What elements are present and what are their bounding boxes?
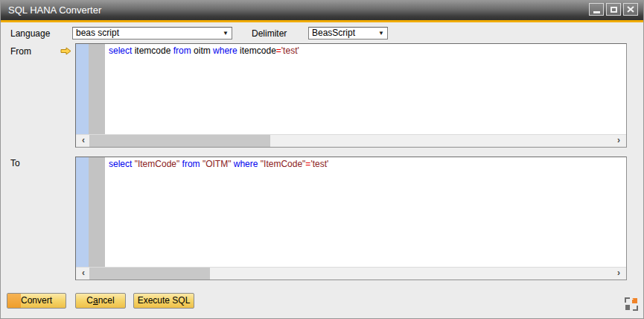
minimize-button[interactable]: [589, 3, 604, 16]
convert-button[interactable]: Convert: [7, 293, 66, 309]
delimiter-value: BeasScript: [312, 28, 355, 38]
from-editor-margin: [76, 44, 89, 135]
delimiter-dropdown[interactable]: BeasScript ▼: [308, 27, 388, 40]
from-horizontal-scrollbar[interactable]: ‹ ›: [76, 134, 626, 147]
to-editor-margin: [76, 157, 89, 268]
from-code-line[interactable]: select itemcode from oitm where itemcode…: [109, 45, 625, 57]
execute-sql-button-label: Execute SQL: [138, 295, 191, 306]
from-editor-gutter: [89, 44, 105, 135]
to-editor[interactable]: select "ItemCode" from "OITM" where "Ite…: [75, 157, 627, 280]
from-scrollbar-thumb[interactable]: [89, 135, 270, 147]
titlebar[interactable]: SQL HANA Converter: [1, 1, 643, 20]
to-scrollbar-thumb[interactable]: [89, 268, 210, 279]
language-dropdown[interactable]: beas script ▼: [72, 27, 232, 40]
cancel-button-label: Cancel: [86, 295, 114, 306]
maximize-icon: [610, 7, 617, 13]
convert-button-label: Convert: [21, 295, 52, 306]
language-label: Language: [10, 28, 50, 39]
minimize-icon: [593, 11, 600, 13]
delimiter-label: Delimiter: [252, 28, 287, 39]
cancel-button[interactable]: Cancel: [75, 293, 126, 309]
maximize-button[interactable]: [606, 3, 621, 16]
close-button[interactable]: [623, 3, 638, 16]
from-editor[interactable]: select itemcode from oitm where itemcode…: [75, 43, 627, 148]
to-label: To: [10, 158, 20, 168]
language-value: beas script: [76, 28, 119, 38]
scroll-left-icon[interactable]: ‹: [77, 135, 89, 147]
scroll-right-icon[interactable]: ›: [613, 135, 625, 147]
accent-bar: [1, 20, 643, 22]
form-resize-icon[interactable]: [625, 297, 638, 311]
scroll-right-icon[interactable]: ›: [613, 268, 625, 279]
chevron-down-icon: ▼: [378, 28, 384, 39]
window-controls: [589, 3, 638, 16]
to-code-line[interactable]: select "ItemCode" from "OITM" where "Ite…: [109, 159, 625, 170]
default-button-indicator: [7, 294, 21, 308]
link-arrow-icon[interactable]: [60, 47, 71, 55]
from-label: From: [10, 46, 31, 57]
scroll-left-icon[interactable]: ‹: [77, 268, 89, 279]
window-title: SQL HANA Converter: [8, 1, 101, 20]
to-horizontal-scrollbar[interactable]: ‹ ›: [76, 267, 626, 279]
close-icon: [627, 6, 634, 13]
sql-hana-converter-window: SQL HANA Converter Language beas script …: [0, 0, 644, 319]
chevron-down-icon: ▼: [223, 28, 229, 39]
execute-sql-button[interactable]: Execute SQL: [133, 293, 194, 309]
to-editor-gutter: [89, 157, 105, 268]
